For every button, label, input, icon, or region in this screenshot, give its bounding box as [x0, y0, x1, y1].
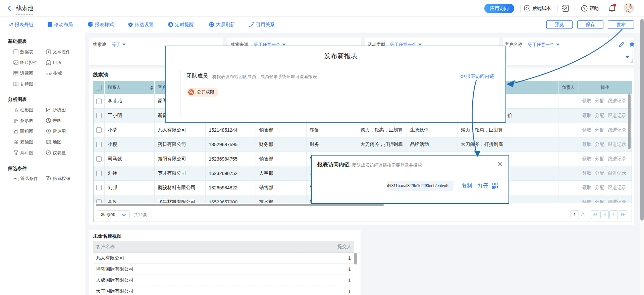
- svg-text:4,80: 4,80: [46, 72, 52, 75]
- svg-text:?: ?: [583, 6, 585, 10]
